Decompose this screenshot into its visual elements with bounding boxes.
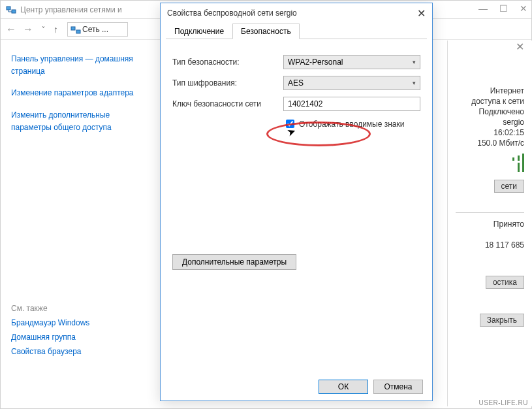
- chevron-down-icon: ▾: [413, 59, 416, 65]
- label-show-chars: Отображать вводимые знаки: [299, 120, 404, 129]
- label-encryption: Тип шифрования:: [172, 78, 283, 88]
- status-internet: Интернет: [456, 86, 524, 95]
- svg-rect-0: [7, 7, 10, 10]
- tab-connection[interactable]: Подключение: [166, 24, 232, 39]
- input-security-key[interactable]: [283, 97, 420, 111]
- bg-close-button[interactable]: ✕: [520, 3, 527, 14]
- see-also-label: См. также: [11, 304, 140, 313]
- received-label: Принято: [456, 220, 524, 229]
- svg-rect-5: [76, 30, 80, 33]
- wifi-properties-dialog: Свойства беспроводной сети sergio ✕ Подк…: [160, 3, 433, 401]
- combo-security-type-value: WPA2-Personal: [288, 57, 343, 67]
- advanced-settings-button[interactable]: Дополнительные параметры: [172, 254, 296, 270]
- checkbox-show-chars[interactable]: [286, 120, 294, 128]
- dialog-titlebar: Свойства беспроводной сети sergio ✕: [161, 3, 432, 23]
- bg-window-title: Центр управления сетями и: [20, 5, 122, 14]
- status-duration: 16:02:15: [456, 128, 524, 137]
- left-nav-pane: Панель управления — домашняя страница Из…: [1, 41, 151, 408]
- link-control-panel-home[interactable]: Панель управления — домашняя страница: [11, 53, 140, 78]
- ok-button[interactable]: ОК: [319, 380, 368, 394]
- forward-arrow-icon[interactable]: →: [23, 24, 33, 35]
- signal-strength-icon: [509, 152, 524, 163]
- status-connected: Подключено: [456, 107, 524, 116]
- up-arrow-icon[interactable]: ↑: [54, 24, 58, 35]
- address-bar[interactable]: Сеть ...: [67, 22, 128, 37]
- status-close-icon[interactable]: ✕: [516, 41, 524, 53]
- dialog-tabs: Подключение Безопасность: [166, 23, 427, 39]
- dialog-footer: ОК Отмена: [319, 380, 423, 394]
- address-text: Сеть ...: [82, 25, 108, 34]
- dialog-body: Тип безопасности: WPA2-Personal ▾ Тип ши…: [161, 39, 432, 286]
- svg-rect-1: [12, 10, 16, 13]
- connection-status-panel: ✕ Интернет доступа к сети Подключено ser…: [447, 41, 532, 406]
- link-adapter-settings[interactable]: Изменение параметров адаптера: [11, 87, 140, 99]
- minimize-button[interactable]: —: [478, 3, 488, 14]
- link-sharing-settings[interactable]: Изменить дополнительные параметры общего…: [11, 109, 140, 134]
- dialog-close-icon[interactable]: ✕: [417, 7, 426, 20]
- svg-rect-4: [71, 27, 75, 30]
- network-center-icon: [6, 5, 16, 15]
- label-security-key: Ключ безопасности сети: [172, 99, 283, 108]
- chevron-down-icon: ▾: [413, 80, 416, 86]
- status-net-access: доступа к сети: [456, 97, 524, 106]
- close-status-button[interactable]: Закрыть: [480, 314, 524, 327]
- back-arrow-icon[interactable]: ←: [6, 24, 16, 35]
- maximize-button[interactable]: ☐: [499, 3, 508, 14]
- network-button[interactable]: сети: [494, 180, 524, 193]
- received-value: 18 117 685: [456, 240, 524, 250]
- combo-encryption-value: AES: [288, 78, 304, 88]
- link-browser-props[interactable]: Свойства браузера: [11, 347, 140, 356]
- label-security-type: Тип безопасности:: [172, 57, 283, 67]
- dialog-title: Свойства беспроводной сети sergio: [167, 8, 297, 18]
- link-homegroup[interactable]: Домашняя группа: [11, 333, 140, 342]
- status-ssid: sergio: [456, 118, 524, 127]
- combo-security-type[interactable]: WPA2-Personal ▾: [283, 55, 420, 69]
- tab-security[interactable]: Безопасность: [232, 24, 300, 39]
- history-chevron-icon[interactable]: ˅: [42, 25, 45, 33]
- status-speed: 150.0 Мбит/с: [456, 139, 524, 148]
- combo-encryption[interactable]: AES ▾: [283, 76, 420, 90]
- watermark: USER-LIFE.RU: [479, 399, 528, 406]
- cancel-button[interactable]: Отмена: [373, 380, 423, 394]
- diagnostics-button[interactable]: остика: [486, 276, 524, 289]
- address-network-icon: [70, 25, 80, 34]
- link-firewall[interactable]: Брандмауэр Windows: [11, 318, 140, 327]
